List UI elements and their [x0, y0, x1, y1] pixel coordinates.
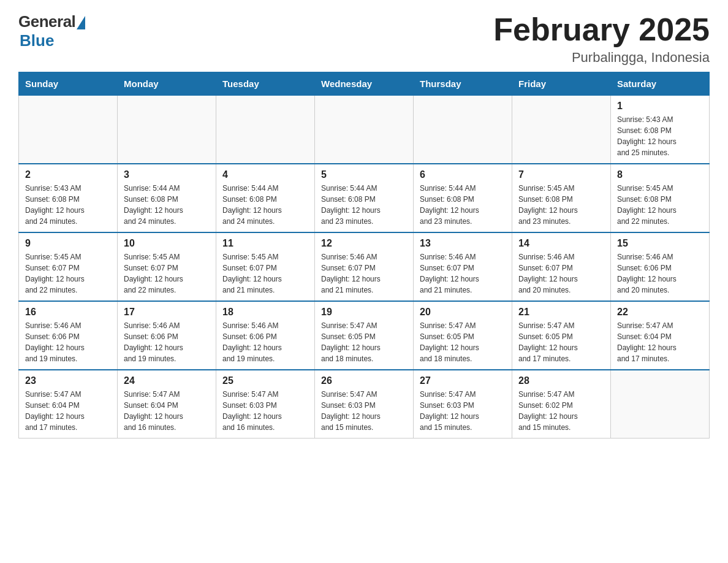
day-info: Sunrise: 5:46 AM Sunset: 6:07 PM Dayligh… [420, 251, 506, 296]
calendar-cell: 25Sunrise: 5:47 AM Sunset: 6:03 PM Dayli… [216, 370, 315, 439]
calendar-cell: 27Sunrise: 5:47 AM Sunset: 6:03 PM Dayli… [414, 370, 512, 439]
calendar-cell: 16Sunrise: 5:46 AM Sunset: 6:06 PM Dayli… [19, 301, 118, 370]
day-number: 8 [617, 169, 703, 180]
day-info: Sunrise: 5:47 AM Sunset: 6:03 PM Dayligh… [222, 389, 308, 433]
day-number: 6 [420, 169, 506, 180]
week-row-2: 2Sunrise: 5:43 AM Sunset: 6:08 PM Daylig… [19, 164, 710, 232]
week-row-4: 16Sunrise: 5:46 AM Sunset: 6:06 PM Dayli… [19, 301, 710, 370]
calendar-cell: 14Sunrise: 5:46 AM Sunset: 6:07 PM Dayli… [512, 232, 611, 301]
day-info: Sunrise: 5:45 AM Sunset: 6:08 PM Dayligh… [617, 183, 703, 227]
week-row-1: 1Sunrise: 5:43 AM Sunset: 6:08 PM Daylig… [19, 96, 710, 164]
calendar-cell: 28Sunrise: 5:47 AM Sunset: 6:02 PM Dayli… [512, 370, 611, 439]
day-info: Sunrise: 5:47 AM Sunset: 6:04 PM Dayligh… [617, 320, 703, 364]
weekday-header-row: SundayMondayTuesdayWednesdayThursdayFrid… [19, 72, 710, 96]
title-section: February 2025 Purbalingga, Indonesia [493, 12, 710, 66]
day-info: Sunrise: 5:46 AM Sunset: 6:06 PM Dayligh… [617, 251, 703, 296]
day-number: 23 [25, 375, 111, 386]
day-info: Sunrise: 5:46 AM Sunset: 6:06 PM Dayligh… [25, 320, 111, 364]
weekday-header-friday: Friday [512, 72, 611, 96]
day-number: 18 [222, 307, 308, 318]
calendar-cell: 18Sunrise: 5:46 AM Sunset: 6:06 PM Dayli… [216, 301, 315, 370]
day-info: Sunrise: 5:46 AM Sunset: 6:06 PM Dayligh… [222, 320, 308, 364]
calendar-cell: 5Sunrise: 5:44 AM Sunset: 6:08 PM Daylig… [315, 164, 414, 232]
day-number: 27 [420, 375, 506, 386]
day-info: Sunrise: 5:46 AM Sunset: 6:07 PM Dayligh… [321, 251, 407, 296]
day-info: Sunrise: 5:45 AM Sunset: 6:07 PM Dayligh… [25, 251, 111, 296]
calendar-cell [315, 96, 414, 164]
calendar-cell: 1Sunrise: 5:43 AM Sunset: 6:08 PM Daylig… [611, 96, 710, 164]
calendar-cell: 22Sunrise: 5:47 AM Sunset: 6:04 PM Dayli… [611, 301, 710, 370]
day-number: 26 [321, 375, 407, 386]
day-number: 7 [518, 169, 604, 180]
calendar-cell: 20Sunrise: 5:47 AM Sunset: 6:05 PM Dayli… [414, 301, 512, 370]
day-info: Sunrise: 5:46 AM Sunset: 6:06 PM Dayligh… [124, 320, 210, 364]
calendar-cell [216, 96, 315, 164]
calendar-cell: 15Sunrise: 5:46 AM Sunset: 6:06 PM Dayli… [611, 232, 710, 301]
calendar-cell: 3Sunrise: 5:44 AM Sunset: 6:08 PM Daylig… [118, 164, 216, 232]
weekday-header-sunday: Sunday [19, 72, 118, 96]
day-info: Sunrise: 5:47 AM Sunset: 6:05 PM Dayligh… [420, 320, 506, 364]
calendar-cell: 9Sunrise: 5:45 AM Sunset: 6:07 PM Daylig… [19, 232, 118, 301]
calendar-cell: 10Sunrise: 5:45 AM Sunset: 6:07 PM Dayli… [118, 232, 216, 301]
day-number: 3 [124, 169, 210, 180]
day-number: 24 [124, 375, 210, 386]
calendar-cell [611, 370, 710, 439]
calendar-cell: 26Sunrise: 5:47 AM Sunset: 6:03 PM Dayli… [315, 370, 414, 439]
calendar-cell [414, 96, 512, 164]
weekday-header-monday: Monday [118, 72, 216, 96]
weekday-header-wednesday: Wednesday [315, 72, 414, 96]
day-info: Sunrise: 5:44 AM Sunset: 6:08 PM Dayligh… [321, 183, 407, 227]
day-number: 22 [617, 307, 703, 318]
day-info: Sunrise: 5:47 AM Sunset: 6:02 PM Dayligh… [518, 389, 604, 433]
day-info: Sunrise: 5:45 AM Sunset: 6:08 PM Dayligh… [518, 183, 604, 227]
day-info: Sunrise: 5:47 AM Sunset: 6:04 PM Dayligh… [25, 389, 111, 433]
calendar-cell: 6Sunrise: 5:44 AM Sunset: 6:08 PM Daylig… [414, 164, 512, 232]
weekday-header-tuesday: Tuesday [216, 72, 315, 96]
day-info: Sunrise: 5:47 AM Sunset: 6:05 PM Dayligh… [518, 320, 604, 364]
day-number: 19 [321, 307, 407, 318]
day-number: 14 [518, 238, 604, 249]
calendar-cell [118, 96, 216, 164]
calendar-cell: 23Sunrise: 5:47 AM Sunset: 6:04 PM Dayli… [19, 370, 118, 439]
calendar-cell: 7Sunrise: 5:45 AM Sunset: 6:08 PM Daylig… [512, 164, 611, 232]
day-info: Sunrise: 5:45 AM Sunset: 6:07 PM Dayligh… [124, 251, 210, 296]
day-number: 2 [25, 169, 111, 180]
day-info: Sunrise: 5:43 AM Sunset: 6:08 PM Dayligh… [617, 114, 703, 158]
calendar-cell [512, 96, 611, 164]
day-number: 13 [420, 238, 506, 249]
calendar-cell: 11Sunrise: 5:45 AM Sunset: 6:07 PM Dayli… [216, 232, 315, 301]
day-number: 10 [124, 238, 210, 249]
calendar-cell: 4Sunrise: 5:44 AM Sunset: 6:08 PM Daylig… [216, 164, 315, 232]
day-info: Sunrise: 5:47 AM Sunset: 6:05 PM Dayligh… [321, 320, 407, 364]
page-header: General Blue February 2025 Purbalingga, … [18, 12, 710, 66]
calendar-cell: 2Sunrise: 5:43 AM Sunset: 6:08 PM Daylig… [19, 164, 118, 232]
logo-general-text: General [18, 12, 75, 31]
logo-blue-text: Blue [20, 31, 54, 50]
day-info: Sunrise: 5:44 AM Sunset: 6:08 PM Dayligh… [420, 183, 506, 227]
calendar-cell: 13Sunrise: 5:46 AM Sunset: 6:07 PM Dayli… [414, 232, 512, 301]
day-info: Sunrise: 5:45 AM Sunset: 6:07 PM Dayligh… [222, 251, 308, 296]
day-number: 16 [25, 307, 111, 318]
weekday-header-saturday: Saturday [611, 72, 710, 96]
day-number: 21 [518, 307, 604, 318]
day-number: 1 [617, 101, 703, 112]
day-number: 28 [518, 375, 604, 386]
calendar-cell: 19Sunrise: 5:47 AM Sunset: 6:05 PM Dayli… [315, 301, 414, 370]
day-number: 9 [25, 238, 111, 249]
day-number: 12 [321, 238, 407, 249]
day-number: 17 [124, 307, 210, 318]
logo: General Blue [18, 12, 85, 50]
day-info: Sunrise: 5:43 AM Sunset: 6:08 PM Dayligh… [25, 183, 111, 227]
calendar-table: SundayMondayTuesdayWednesdayThursdayFrid… [18, 72, 710, 439]
day-info: Sunrise: 5:44 AM Sunset: 6:08 PM Dayligh… [124, 183, 210, 227]
calendar-title: February 2025 [493, 12, 710, 47]
day-number: 15 [617, 238, 703, 249]
calendar-subtitle: Purbalingga, Indonesia [493, 50, 710, 66]
day-number: 25 [222, 375, 308, 386]
day-number: 20 [420, 307, 506, 318]
calendar-cell [19, 96, 118, 164]
day-number: 11 [222, 238, 308, 249]
calendar-cell: 21Sunrise: 5:47 AM Sunset: 6:05 PM Dayli… [512, 301, 611, 370]
day-info: Sunrise: 5:47 AM Sunset: 6:03 PM Dayligh… [420, 389, 506, 433]
calendar-cell: 24Sunrise: 5:47 AM Sunset: 6:04 PM Dayli… [118, 370, 216, 439]
